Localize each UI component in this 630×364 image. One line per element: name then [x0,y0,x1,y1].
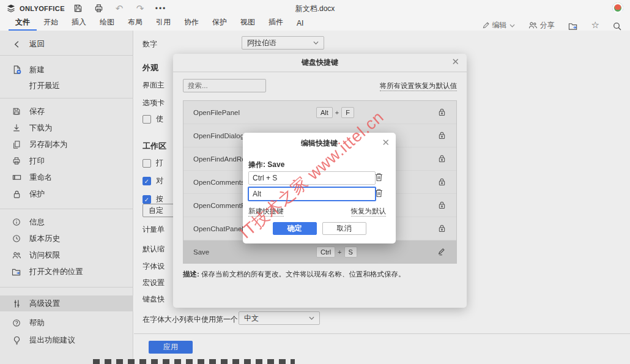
more-icon[interactable]: ••• [150,5,171,12]
onlyoffice-logo-icon [6,4,16,13]
folder-arrow-icon [12,268,21,276]
lock-icon [435,152,448,165]
default-zoom-label: 默认缩 [143,244,165,254]
sidebar-item-new[interactable]: 新建 [0,62,133,78]
undo-icon[interactable]: ↶ [109,4,130,13]
sidebar-item-open-file-location[interactable]: 打开文件的位置 [0,264,133,280]
trash-icon[interactable] [375,173,384,182]
divider [134,333,630,334]
shortcut-row-save[interactable]: Save Ctrl + S [183,240,456,263]
tab-insert[interactable]: 插入 [65,15,93,31]
close-icon[interactable]: ✕ [382,138,390,147]
existing-shortcut-input[interactable] [248,171,376,185]
number-format-label: 数字 [143,39,157,50]
save-icon[interactable] [67,4,88,13]
pencil-icon [482,21,490,29]
share-button[interactable]: 分享 [528,20,555,31]
sliders-icon [12,299,21,308]
open-file-location-icon[interactable] [568,22,578,31]
checkbox-checked[interactable]: ✓ [143,177,151,185]
restore-default-link[interactable]: 恢复为默认 [351,207,387,217]
sidebar-item-access-rights[interactable]: 访问权限 [0,247,133,263]
tab-plugins[interactable]: 插件 [262,15,290,31]
tab-draw[interactable]: 绘图 [93,15,121,31]
shortcut-row-openfilepanel[interactable]: OpenFilePanel Alt + F [183,101,456,124]
favorite-star-icon[interactable]: ☆ [591,20,599,31]
open-option-checkbox-row[interactable]: 打 [143,158,163,168]
tab-references[interactable]: 引用 [149,15,177,31]
checkbox-unchecked[interactable] [143,159,151,168]
dialog-title: 键盘快捷键 [302,58,338,68]
info-icon [12,218,21,226]
appearance-heading: 外观 [143,62,158,73]
tab-style-label: 选项卡 [143,98,165,108]
tab-collaboration[interactable]: 协作 [177,15,206,31]
tab-view[interactable]: 视图 [234,15,262,31]
use-option-checkbox-row[interactable]: 使 [143,114,163,124]
dialog-header: 键盘快捷键 ✕ [173,54,467,72]
file-menu-sidebar: 返回 新建 打开最近 保存 [0,31,133,364]
save-icon [12,107,21,116]
tab-ai[interactable]: AI [290,17,310,31]
sidebar-item-info[interactable]: 信息 [0,214,133,230]
sidebar-item-back[interactable]: 返回 [0,36,133,52]
people-icon [12,251,21,259]
clipped-text-bottom [93,359,295,364]
dialog-buttons: 确定 取消 [243,222,396,235]
tab-protection[interactable]: 保护 [206,15,234,31]
trash-icon[interactable] [375,188,384,198]
number-format-select[interactable]: 阿拉伯语 [242,36,324,50]
press-option-checkbox-row[interactable]: ✓ 按 [143,194,163,204]
sidebar-item-print[interactable]: 打印 [0,153,133,169]
print-icon[interactable] [88,4,109,13]
keyboard-shortcuts-label: 键盘快 [143,294,165,305]
shortcut-description: 描述: 保存当前文档的所有更改。文件将以现有名称、位置和格式保存。 [183,269,452,280]
lock-icon [12,190,21,199]
cancel-button[interactable]: 取消 [322,222,366,235]
tab-file[interactable]: 文件 [9,15,37,31]
font-list-select[interactable]: 中文 [239,311,320,325]
share-label: 分享 [540,20,555,31]
new-shortcut-input[interactable] [248,187,376,201]
chevron-down-icon [309,316,314,320]
sidebar-item-protect[interactable]: 保护 [0,186,133,202]
sidebar-item-suggest-feature[interactable]: 提出功能建议 [0,332,133,348]
key-chip: Alt [316,107,333,118]
sidebar-item-save[interactable]: 保存 [0,103,133,119]
help-icon [12,319,21,327]
interface-theme-label: 界面主 [143,80,165,91]
checkbox-unchecked[interactable] [143,115,151,124]
user-avatar[interactable] [612,2,623,13]
font-list-label: 在字体大小列表中使用第一个 [143,314,238,325]
redo-icon[interactable]: ↷ [130,4,150,13]
chevron-down-icon [510,24,515,28]
close-icon[interactable]: ✕ [451,57,459,66]
edit-mode-button[interactable]: 编辑 [482,20,515,31]
add-shortcut-link[interactable]: 新建快捷键 [248,207,284,217]
apply-button[interactable]: 应用 [149,341,193,354]
align-option-checkbox-row[interactable]: ✓ 对 [143,176,163,186]
lightbulb-icon [12,336,21,345]
shortcut-search-input[interactable] [183,79,266,92]
lock-icon [435,129,448,141]
edit-pencil-icon[interactable] [435,245,448,258]
reset-all-defaults-link[interactable]: 将所有设置恢复为默认值 [380,81,458,91]
sidebar-item-version-history[interactable]: 版本历史 [0,231,133,247]
search-icon[interactable] [613,22,621,31]
action-line: 操作: Save [248,160,284,170]
tab-layout[interactable]: 布局 [121,15,149,31]
sidebar-item-download-as[interactable]: 下载为 [0,120,133,136]
workspace-heading: 工作区 [143,141,166,152]
download-icon [12,124,21,132]
ok-button[interactable]: 确定 [273,222,317,235]
font-settings-label: 字体设 [143,261,165,272]
sidebar-item-help[interactable]: 帮助 [0,315,133,331]
menu-tab-bar: 文件 开始 插入 绘图 布局 引用 协作 保护 视图 插件 AI 编辑 分享 ☆ [0,17,630,31]
tab-home[interactable]: 开始 [37,15,65,31]
sidebar-item-advanced-settings[interactable]: 高级设置 [0,295,133,311]
checkbox-checked[interactable]: ✓ [143,195,151,204]
dialog-links: 新建快捷键 恢复为默认 [248,207,386,217]
sidebar-item-rename[interactable]: 重命名 [0,169,133,185]
top-bar: ONLYOFFICE ↶ ↷ ••• 新文档.docx [0,0,630,17]
sidebar-item-save-copy-as[interactable]: 另存副本为 [0,136,133,152]
